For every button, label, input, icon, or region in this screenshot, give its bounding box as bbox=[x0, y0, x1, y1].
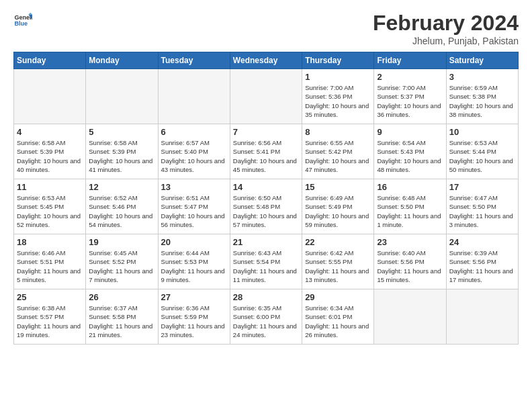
calendar-week-row: 4Sunrise: 6:58 AM Sunset: 5:39 PM Daylig… bbox=[14, 124, 519, 179]
day-info: Sunrise: 6:43 AM Sunset: 5:54 PM Dayligh… bbox=[233, 248, 299, 284]
calendar-header-row: Sunday Monday Tuesday Wednesday Thursday… bbox=[14, 52, 519, 69]
table-row: 24Sunrise: 6:39 AM Sunset: 5:56 PM Dayli… bbox=[446, 234, 518, 289]
day-info: Sunrise: 6:50 AM Sunset: 5:48 PM Dayligh… bbox=[233, 193, 299, 229]
day-number: 26 bbox=[89, 292, 154, 302]
day-number: 20 bbox=[161, 237, 227, 247]
table-row: 27Sunrise: 6:36 AM Sunset: 5:59 PM Dayli… bbox=[158, 289, 230, 345]
table-row: 3Sunrise: 6:59 AM Sunset: 5:38 PM Daylig… bbox=[446, 69, 518, 124]
calendar-week-row: 18Sunrise: 6:46 AM Sunset: 5:51 PM Dayli… bbox=[14, 234, 519, 289]
day-info: Sunrise: 6:36 AM Sunset: 5:59 PM Dayligh… bbox=[161, 304, 227, 339]
day-number: 8 bbox=[305, 127, 371, 137]
header-saturday: Saturday bbox=[446, 52, 518, 69]
day-number: 11 bbox=[17, 182, 83, 192]
day-info: Sunrise: 6:53 AM Sunset: 5:44 PM Dayligh… bbox=[449, 138, 515, 174]
table-row: 7Sunrise: 6:56 AM Sunset: 5:41 PM Daylig… bbox=[230, 124, 302, 179]
day-number: 5 bbox=[89, 127, 154, 137]
title-block: February 2024 Jhelum, Punjab, Pakistan bbox=[373, 11, 519, 46]
day-info: Sunrise: 6:57 AM Sunset: 5:40 PM Dayligh… bbox=[161, 138, 227, 174]
day-number: 12 bbox=[89, 182, 154, 192]
table-row: 15Sunrise: 6:49 AM Sunset: 5:49 PM Dayli… bbox=[302, 179, 374, 234]
day-info: Sunrise: 6:40 AM Sunset: 5:56 PM Dayligh… bbox=[377, 248, 443, 284]
table-row bbox=[86, 69, 158, 124]
month-title: February 2024 bbox=[373, 11, 519, 36]
day-info: Sunrise: 6:35 AM Sunset: 6:00 PM Dayligh… bbox=[233, 304, 299, 339]
table-row bbox=[158, 69, 230, 124]
day-number: 13 bbox=[161, 182, 227, 192]
header-tuesday: Tuesday bbox=[158, 52, 230, 69]
table-row bbox=[446, 289, 518, 345]
header-row: General Blue February 2024 Jhelum, Punja… bbox=[13, 11, 519, 46]
logo: General Blue bbox=[13, 11, 32, 30]
table-row: 17Sunrise: 6:47 AM Sunset: 5:50 PM Dayli… bbox=[446, 179, 518, 234]
day-info: Sunrise: 6:38 AM Sunset: 5:57 PM Dayligh… bbox=[17, 304, 83, 339]
table-row: 10Sunrise: 6:53 AM Sunset: 5:44 PM Dayli… bbox=[446, 124, 518, 179]
calendar-week-row: 1Sunrise: 7:00 AM Sunset: 5:36 PM Daylig… bbox=[14, 69, 519, 124]
day-number: 1 bbox=[305, 72, 371, 82]
day-number: 9 bbox=[377, 127, 443, 137]
calendar-table: Sunday Monday Tuesday Wednesday Thursday… bbox=[13, 52, 519, 345]
table-row: 26Sunrise: 6:37 AM Sunset: 5:58 PM Dayli… bbox=[86, 289, 158, 345]
day-number: 10 bbox=[449, 127, 515, 137]
day-number: 21 bbox=[233, 237, 299, 247]
day-number: 15 bbox=[305, 182, 371, 192]
day-info: Sunrise: 6:46 AM Sunset: 5:51 PM Dayligh… bbox=[17, 248, 83, 284]
day-info: Sunrise: 6:58 AM Sunset: 5:39 PM Dayligh… bbox=[89, 138, 154, 174]
table-row: 4Sunrise: 6:58 AM Sunset: 5:39 PM Daylig… bbox=[14, 124, 86, 179]
table-row: 13Sunrise: 6:51 AM Sunset: 5:47 PM Dayli… bbox=[158, 179, 230, 234]
logo-icon: General Blue bbox=[13, 11, 32, 30]
day-number: 4 bbox=[17, 127, 83, 137]
table-row: 19Sunrise: 6:45 AM Sunset: 5:52 PM Dayli… bbox=[86, 234, 158, 289]
table-row: 21Sunrise: 6:43 AM Sunset: 5:54 PM Dayli… bbox=[230, 234, 302, 289]
day-info: Sunrise: 6:55 AM Sunset: 5:42 PM Dayligh… bbox=[305, 138, 371, 174]
day-info: Sunrise: 6:54 AM Sunset: 5:43 PM Dayligh… bbox=[377, 138, 443, 174]
day-info: Sunrise: 6:49 AM Sunset: 5:49 PM Dayligh… bbox=[305, 193, 371, 229]
table-row: 6Sunrise: 6:57 AM Sunset: 5:40 PM Daylig… bbox=[158, 124, 230, 179]
day-number: 7 bbox=[233, 127, 299, 137]
table-row: 25Sunrise: 6:38 AM Sunset: 5:57 PM Dayli… bbox=[14, 289, 86, 345]
day-info: Sunrise: 6:56 AM Sunset: 5:41 PM Dayligh… bbox=[233, 138, 299, 174]
day-info: Sunrise: 6:34 AM Sunset: 6:01 PM Dayligh… bbox=[305, 304, 371, 339]
day-number: 6 bbox=[161, 127, 227, 137]
day-info: Sunrise: 6:52 AM Sunset: 5:46 PM Dayligh… bbox=[89, 193, 154, 229]
day-number: 28 bbox=[233, 292, 299, 302]
table-row bbox=[230, 69, 302, 124]
day-number: 27 bbox=[161, 292, 227, 302]
day-number: 17 bbox=[449, 182, 515, 192]
table-row: 29Sunrise: 6:34 AM Sunset: 6:01 PM Dayli… bbox=[302, 289, 374, 345]
day-info: Sunrise: 6:51 AM Sunset: 5:47 PM Dayligh… bbox=[161, 193, 227, 229]
table-row: 12Sunrise: 6:52 AM Sunset: 5:46 PM Dayli… bbox=[86, 179, 158, 234]
table-row: 23Sunrise: 6:40 AM Sunset: 5:56 PM Dayli… bbox=[374, 234, 446, 289]
day-info: Sunrise: 6:45 AM Sunset: 5:52 PM Dayligh… bbox=[89, 248, 154, 284]
day-number: 3 bbox=[449, 72, 515, 82]
table-row: 20Sunrise: 6:44 AM Sunset: 5:53 PM Dayli… bbox=[158, 234, 230, 289]
table-row: 1Sunrise: 7:00 AM Sunset: 5:36 PM Daylig… bbox=[302, 69, 374, 124]
header-thursday: Thursday bbox=[302, 52, 374, 69]
day-number: 23 bbox=[377, 237, 443, 247]
header-monday: Monday bbox=[86, 52, 158, 69]
table-row: 28Sunrise: 6:35 AM Sunset: 6:00 PM Dayli… bbox=[230, 289, 302, 345]
table-row bbox=[374, 289, 446, 345]
day-info: Sunrise: 7:00 AM Sunset: 5:36 PM Dayligh… bbox=[305, 83, 371, 119]
day-info: Sunrise: 6:37 AM Sunset: 5:58 PM Dayligh… bbox=[89, 304, 154, 339]
day-number: 25 bbox=[17, 292, 83, 302]
table-row: 18Sunrise: 6:46 AM Sunset: 5:51 PM Dayli… bbox=[14, 234, 86, 289]
day-info: Sunrise: 6:39 AM Sunset: 5:56 PM Dayligh… bbox=[449, 248, 515, 284]
day-info: Sunrise: 6:42 AM Sunset: 5:55 PM Dayligh… bbox=[305, 248, 371, 284]
table-row: 9Sunrise: 6:54 AM Sunset: 5:43 PM Daylig… bbox=[374, 124, 446, 179]
day-info: Sunrise: 6:53 AM Sunset: 5:45 PM Dayligh… bbox=[17, 193, 83, 229]
day-number: 24 bbox=[449, 237, 515, 247]
day-info: Sunrise: 7:00 AM Sunset: 5:37 PM Dayligh… bbox=[377, 83, 443, 119]
day-number: 29 bbox=[305, 292, 371, 302]
day-info: Sunrise: 6:59 AM Sunset: 5:38 PM Dayligh… bbox=[449, 83, 515, 119]
calendar-week-row: 25Sunrise: 6:38 AM Sunset: 5:57 PM Dayli… bbox=[14, 289, 519, 345]
day-info: Sunrise: 6:47 AM Sunset: 5:50 PM Dayligh… bbox=[449, 193, 515, 229]
day-info: Sunrise: 6:58 AM Sunset: 5:39 PM Dayligh… bbox=[17, 138, 83, 174]
table-row: 22Sunrise: 6:42 AM Sunset: 5:55 PM Dayli… bbox=[302, 234, 374, 289]
table-row bbox=[14, 69, 86, 124]
table-row: 5Sunrise: 6:58 AM Sunset: 5:39 PM Daylig… bbox=[86, 124, 158, 179]
header-wednesday: Wednesday bbox=[230, 52, 302, 69]
day-number: 16 bbox=[377, 182, 443, 192]
svg-text:Blue: Blue bbox=[14, 20, 28, 27]
day-number: 14 bbox=[233, 182, 299, 192]
day-info: Sunrise: 6:44 AM Sunset: 5:53 PM Dayligh… bbox=[161, 248, 227, 284]
